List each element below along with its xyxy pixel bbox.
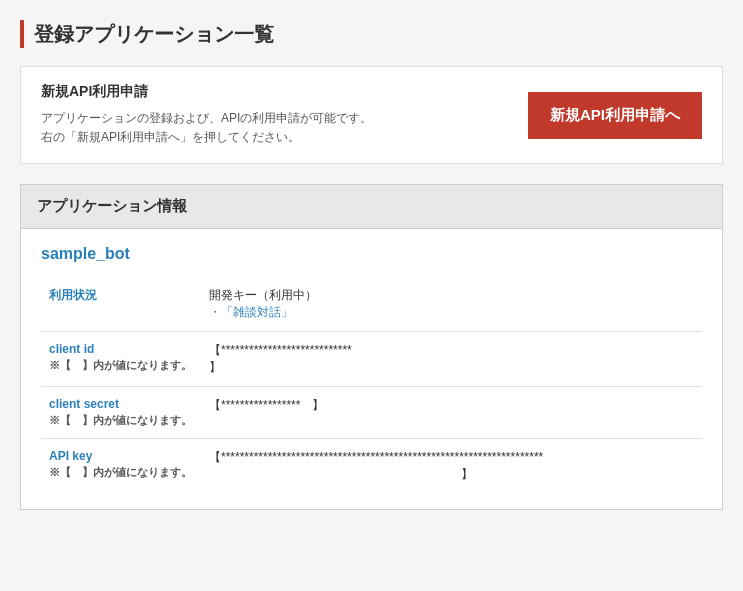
row-value: 【**************************** 】 — [201, 332, 702, 387]
page-header: 登録アプリケーション一覧 — [20, 20, 723, 48]
info-box-desc: アプリケーションの登録および、APIの利用申請が可能です。 右の「新規API利用… — [41, 109, 372, 147]
value-line2: 】 — [209, 466, 694, 483]
info-desc-line2: 右の「新規API利用申請へ」を押してください。 — [41, 128, 372, 147]
value-line1: 【**************************** 】 — [209, 342, 694, 376]
row-sub-note: ※【 】内が値になります。 — [49, 358, 193, 373]
row-sub-note: ※【 】内が値になります。 — [49, 413, 193, 428]
value-line2: ・「雑談対話」 — [209, 304, 694, 321]
page-title: 登録アプリケーション一覧 — [34, 21, 274, 48]
info-desc-line1: アプリケーションの登録および、APIの利用申請が可能です。 — [41, 109, 372, 128]
row-value: 【***************************************… — [201, 439, 702, 494]
row-value: 【***************** 】 — [201, 387, 702, 439]
row-label: client secret ※【 】内が値になります。 — [41, 387, 201, 439]
row-label: 利用状況 — [41, 277, 201, 332]
table-row: 利用状況 開発キー（利用中） ・「雑談対話」 — [41, 277, 702, 332]
new-api-request-button[interactable]: 新規API利用申請へ — [528, 92, 702, 139]
app-name[interactable]: sample_bot — [41, 245, 702, 263]
app-section-body: sample_bot 利用状況 開発キー（利用中） ・「雑談対話」 client — [21, 229, 722, 509]
new-api-request-box: 新規API利用申請 アプリケーションの登録および、APIの利用申請が可能です。 … — [20, 66, 723, 164]
app-info-table: 利用状況 開発キー（利用中） ・「雑談対話」 client id ※【 】内が値… — [41, 277, 702, 493]
table-row: client id ※【 】内が値になります。 【***************… — [41, 332, 702, 387]
row-label: client id ※【 】内が値になります。 — [41, 332, 201, 387]
row-value: 開発キー（利用中） ・「雑談対話」 — [201, 277, 702, 332]
table-row: API key ※【 】内が値になります。 【*****************… — [41, 439, 702, 494]
table-row: client secret ※【 】内が値になります。 【***********… — [41, 387, 702, 439]
header-accent-bar — [20, 20, 24, 48]
row-label: API key ※【 】内が値になります。 — [41, 439, 201, 494]
info-box-content: 新規API利用申請 アプリケーションの登録および、APIの利用申請が可能です。 … — [41, 83, 372, 147]
value-line1: 【***************** 】 — [209, 397, 694, 414]
app-section: アプリケーション情報 sample_bot 利用状況 開発キー（利用中） ・「雑… — [20, 184, 723, 510]
app-section-header: アプリケーション情報 — [21, 185, 722, 229]
value-line1: 開発キー（利用中） — [209, 287, 694, 304]
value-line1: 【***************************************… — [209, 449, 694, 466]
info-box-title: 新規API利用申請 — [41, 83, 372, 101]
row-sub-note: ※【 】内が値になります。 — [49, 465, 193, 480]
